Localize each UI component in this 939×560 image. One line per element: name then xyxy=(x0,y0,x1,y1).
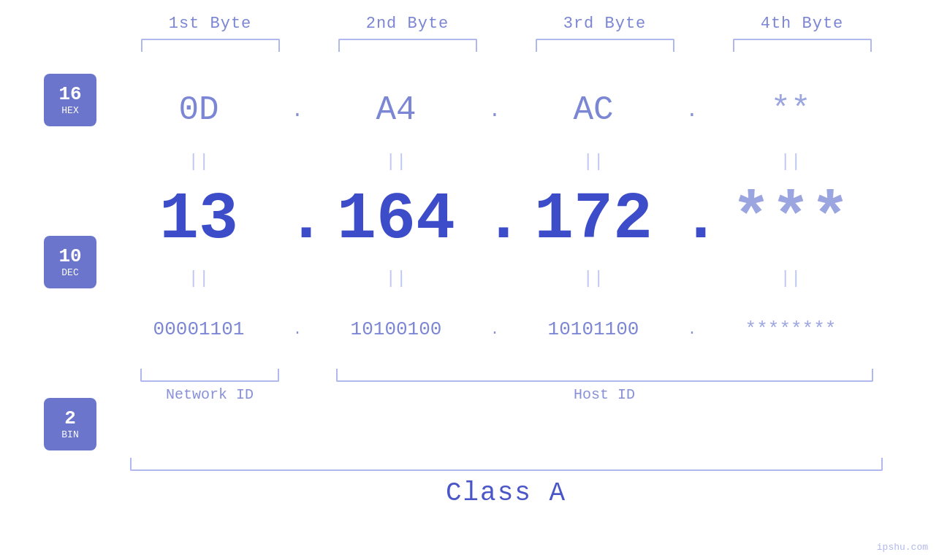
hex-sep-1: . xyxy=(286,99,308,122)
eq1-1: || xyxy=(111,152,286,172)
dec-cell-2: 164 xyxy=(308,183,484,257)
bracket-top-line-1 xyxy=(141,39,280,52)
bracket-top-3 xyxy=(506,39,704,52)
equals-row-2: || || || || xyxy=(111,264,900,293)
bin-val-1: 00001101 xyxy=(153,318,245,340)
bin-sep-2: . xyxy=(484,321,506,338)
byte-header-1: 1st Byte xyxy=(112,15,309,33)
hex-badge-num: 16 xyxy=(58,84,81,105)
dec-badge-label: DEC xyxy=(61,267,78,278)
equals-row-1: || || || || xyxy=(111,147,900,176)
bin-badge-num: 2 xyxy=(64,408,76,429)
dec-badge-num: 10 xyxy=(58,246,81,267)
dec-sep-3: . xyxy=(681,183,703,257)
eq1-4: || xyxy=(703,152,878,172)
byte-header-3: 3rd Byte xyxy=(506,15,704,33)
hex-sep-2: . xyxy=(484,99,506,122)
network-id-label: Network ID xyxy=(111,386,308,403)
hex-badge-label: HEX xyxy=(61,105,78,116)
top-brackets xyxy=(80,39,932,52)
dec-sep-2: . xyxy=(484,183,506,257)
byte-header-4: 4th Byte xyxy=(704,15,901,33)
hex-cell-2: A4 xyxy=(308,91,484,129)
network-bracket xyxy=(140,369,279,382)
bin-cell-4: ******** xyxy=(703,318,878,340)
bin-cell-3: 10101100 xyxy=(506,318,681,340)
dec-cell-4: *** xyxy=(703,183,878,257)
host-bracket-container xyxy=(308,369,900,382)
bin-sep-3: . xyxy=(681,321,703,338)
dec-badge: 10 DEC xyxy=(44,236,96,288)
bracket-top-line-3 xyxy=(536,39,674,52)
watermark: ipshu.com xyxy=(877,542,928,553)
hex-val-1: 0D xyxy=(178,91,218,129)
class-label: Class A xyxy=(130,478,883,508)
bracket-top-4 xyxy=(704,39,901,52)
dec-val-1: 13 xyxy=(159,183,238,257)
hex-val-4: ** xyxy=(770,91,810,129)
dec-sep-1: . xyxy=(286,183,308,257)
eq2-4: || xyxy=(703,269,878,288)
dec-val-4: *** xyxy=(731,183,850,257)
content-area: 16 HEX 10 DEC 2 BIN 0D . A4 xyxy=(44,74,895,450)
eq2-3: || xyxy=(506,269,681,288)
hex-val-2: A4 xyxy=(376,91,416,129)
bin-val-4: ******** xyxy=(745,318,837,340)
hex-cell-4: ** xyxy=(703,91,878,129)
dec-val-3: 172 xyxy=(534,183,653,257)
hex-cell-3: AC xyxy=(506,91,681,129)
hex-val-3: AC xyxy=(573,91,613,129)
bin-cell-1: 00001101 xyxy=(111,318,286,340)
dec-row: 13 . 164 . 172 . *** xyxy=(111,176,900,264)
dec-val-2: 164 xyxy=(337,183,455,257)
bin-badge-label: BIN xyxy=(61,429,78,440)
host-bracket xyxy=(336,369,873,382)
bin-row: 00001101 . 10100100 . 10101100 . *******… xyxy=(111,293,900,366)
bracket-top-2 xyxy=(309,39,506,52)
bin-cell-2: 10100100 xyxy=(308,318,484,340)
bottom-brackets-area xyxy=(111,369,900,382)
dec-cell-3: 172 xyxy=(506,183,681,257)
eq2-2: || xyxy=(308,269,484,288)
bin-val-2: 10100100 xyxy=(351,318,442,340)
left-badges: 16 HEX 10 DEC 2 BIN xyxy=(44,74,96,450)
dec-cell-1: 13 xyxy=(111,183,286,257)
id-labels: Network ID Host ID xyxy=(111,386,900,403)
eq2-1: || xyxy=(111,269,286,288)
hex-cell-1: 0D xyxy=(111,91,286,129)
bin-sep-1: . xyxy=(286,321,308,338)
host-id-label: Host ID xyxy=(308,386,900,403)
hex-sep-3: . xyxy=(681,99,703,122)
bracket-top-line-2 xyxy=(338,39,477,52)
class-bracket xyxy=(130,458,883,471)
main-container: 1st Byte 2nd Byte 3rd Byte 4th Byte 16 H… xyxy=(0,0,939,560)
hex-row: 0D . A4 . AC . ** xyxy=(111,74,900,147)
network-bracket-container xyxy=(111,369,308,382)
eq1-2: || xyxy=(308,152,484,172)
byte-headers: 1st Byte 2nd Byte 3rd Byte 4th Byte xyxy=(80,15,932,33)
data-grid: 0D . A4 . AC . ** || || xyxy=(111,74,900,403)
bracket-top-1 xyxy=(112,39,309,52)
byte-header-2: 2nd Byte xyxy=(309,15,506,33)
bin-badge: 2 BIN xyxy=(44,398,96,450)
eq1-3: || xyxy=(506,152,681,172)
bin-val-3: 10101100 xyxy=(548,318,639,340)
hex-badge: 16 HEX xyxy=(44,74,96,126)
bracket-top-line-4 xyxy=(733,39,872,52)
